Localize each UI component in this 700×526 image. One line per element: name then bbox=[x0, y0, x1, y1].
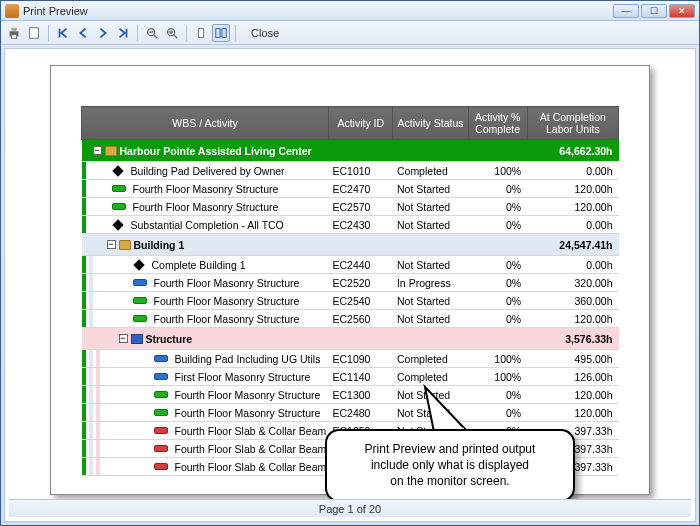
pct-cell: 100% bbox=[468, 162, 527, 180]
row-name: Fourth Floor Slab & Collar Beam bbox=[175, 443, 327, 455]
status-bar: Page 1 of 20 bbox=[9, 499, 691, 517]
row-name: Building Pad Including UG Utils bbox=[175, 353, 321, 365]
pct-cell: 100% bbox=[468, 368, 527, 386]
table-row: −Building 124,547.41h bbox=[82, 234, 619, 256]
col-header-wbs: WBS / Activity bbox=[82, 107, 329, 140]
wbs-cell: First Floor Masonry Structure bbox=[82, 368, 329, 386]
zoom-in-button[interactable] bbox=[163, 24, 181, 42]
id-cell: EC2540 bbox=[329, 292, 393, 310]
labor-cell: 495.00h bbox=[527, 350, 618, 368]
one-page-button[interactable] bbox=[192, 24, 210, 42]
page-indicator: Page 1 of 20 bbox=[319, 503, 381, 515]
task-bar-red-icon bbox=[154, 445, 168, 452]
window-title: Print Preview bbox=[23, 5, 613, 17]
wbs-cell: Fourth Floor Masonry Structure bbox=[82, 198, 329, 216]
task-bar-green-icon bbox=[154, 409, 168, 416]
annotation-callout: Print Preview and printed output include… bbox=[325, 429, 575, 502]
svg-rect-12 bbox=[216, 28, 220, 37]
separator bbox=[235, 25, 236, 41]
labor-cell: 320.00h bbox=[527, 274, 618, 292]
toolbar: Close bbox=[1, 21, 699, 45]
row-name: Fourth Floor Masonry Structure bbox=[154, 277, 300, 289]
task-bar-green-icon bbox=[154, 391, 168, 398]
close-preview-button[interactable]: Close bbox=[247, 27, 283, 39]
table-row: Fourth Floor Masonry StructureEC2560Not … bbox=[82, 310, 619, 328]
prev-icon bbox=[76, 26, 90, 40]
separator bbox=[137, 25, 138, 41]
wbs-cell: Fourth Floor Masonry Structure bbox=[82, 386, 329, 404]
milestone-icon bbox=[133, 259, 144, 270]
callout-line: on the monitor screen. bbox=[339, 473, 561, 489]
next-icon bbox=[96, 26, 110, 40]
task-bar-blue-icon bbox=[154, 355, 168, 362]
pct-cell: 0% bbox=[468, 292, 527, 310]
wbs-cell: Fourth Floor Slab & Collar Beam bbox=[82, 440, 329, 458]
row-name: Fourth Floor Masonry Structure bbox=[154, 313, 300, 325]
wbs-cell: Fourth Floor Masonry Structure bbox=[82, 292, 329, 310]
row-name: Fourth Floor Masonry Structure bbox=[133, 201, 279, 213]
col-header-labor: At Completion Labor Units bbox=[527, 107, 618, 140]
task-bar-red-icon bbox=[154, 463, 168, 470]
next-page-button[interactable] bbox=[94, 24, 112, 42]
separator bbox=[186, 25, 187, 41]
id-cell: EC1010 bbox=[329, 162, 393, 180]
status-cell: Not Started bbox=[393, 256, 468, 274]
id-cell: EC2470 bbox=[329, 180, 393, 198]
print-button[interactable] bbox=[5, 24, 23, 42]
last-page-button[interactable] bbox=[114, 24, 132, 42]
svg-rect-2 bbox=[11, 34, 16, 38]
multi-page-button[interactable] bbox=[212, 24, 230, 42]
first-page-button[interactable] bbox=[54, 24, 72, 42]
table-row: Fourth Floor Masonry StructureEC2520In P… bbox=[82, 274, 619, 292]
prev-page-button[interactable] bbox=[74, 24, 92, 42]
id-cell: EC1140 bbox=[329, 368, 393, 386]
labor-cell: 0.00h bbox=[527, 216, 618, 234]
zoom-out-button[interactable] bbox=[143, 24, 161, 42]
table-row: Fourth Floor Masonry StructureEC2540Not … bbox=[82, 292, 619, 310]
table-row: Substantial Completion - All TCOEC2430No… bbox=[82, 216, 619, 234]
printer-icon bbox=[7, 26, 21, 40]
task-bar-blue-icon bbox=[133, 279, 147, 286]
one-page-icon bbox=[194, 26, 208, 40]
row-name: Complete Building 1 bbox=[152, 259, 246, 271]
activity-table: WBS / Activity Activity ID Activity Stat… bbox=[81, 106, 619, 476]
wbs-cell: Fourth Floor Slab & Collar Beam bbox=[82, 458, 329, 476]
page-setup-button[interactable] bbox=[25, 24, 43, 42]
wbs-cell: Substantial Completion - All TCO bbox=[82, 216, 329, 234]
status-cell: Completed bbox=[393, 350, 468, 368]
wbs-cell: Building Pad Including UG Utils bbox=[82, 350, 329, 368]
id-cell: EC2480 bbox=[329, 404, 393, 422]
minimize-button[interactable]: — bbox=[613, 4, 639, 18]
pct-cell: 0% bbox=[468, 274, 527, 292]
status-cell: Not Started bbox=[393, 198, 468, 216]
close-window-button[interactable]: ✕ bbox=[669, 4, 695, 18]
row-name: Fourth Floor Slab & Collar Beam bbox=[175, 461, 327, 473]
id-cell: EC1090 bbox=[329, 350, 393, 368]
collapse-icon: − bbox=[107, 240, 116, 249]
titlebar: Print Preview — ☐ ✕ bbox=[1, 1, 699, 21]
task-bar-green-icon bbox=[112, 203, 126, 210]
row-name: Fourth Floor Masonry Structure bbox=[133, 183, 279, 195]
labor-cell: 24,547.41h bbox=[527, 234, 618, 256]
table-header-row: WBS / Activity Activity ID Activity Stat… bbox=[82, 107, 619, 140]
collapse-icon: − bbox=[119, 334, 128, 343]
table-row: Fourth Floor Masonry StructureEC2470Not … bbox=[82, 180, 619, 198]
pct-cell: 0% bbox=[468, 216, 527, 234]
table-row: Building Pad Including UG UtilsEC1090Com… bbox=[82, 350, 619, 368]
zoom-out-icon bbox=[145, 26, 159, 40]
pct-cell: 0% bbox=[468, 180, 527, 198]
wbs-cell: Fourth Floor Slab & Collar Beam bbox=[82, 422, 329, 440]
task-bar-green-icon bbox=[112, 185, 126, 192]
task-bar-green-icon bbox=[133, 315, 147, 322]
row-name: Harbour Pointe Assisted Living Center bbox=[120, 145, 312, 157]
labor-cell: 3,576.33h bbox=[527, 328, 618, 350]
row-name: Building 1 bbox=[134, 239, 185, 251]
maximize-button[interactable]: ☐ bbox=[641, 4, 667, 18]
col-header-status: Activity Status bbox=[393, 107, 468, 140]
last-icon bbox=[116, 26, 130, 40]
row-name: First Floor Masonry Structure bbox=[175, 371, 311, 383]
callout-line: Print Preview and printed output bbox=[339, 441, 561, 457]
callout-line: include only what is displayed bbox=[339, 457, 561, 473]
row-name: Building Pad Delivered by Owner bbox=[131, 165, 285, 177]
table-row: Complete Building 1EC2440Not Started0%0.… bbox=[82, 256, 619, 274]
